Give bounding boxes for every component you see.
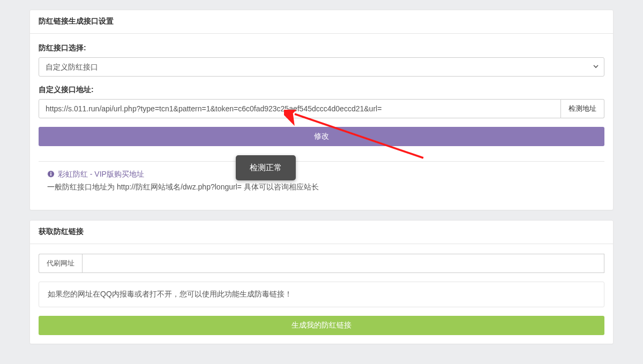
svg-rect-2 — [50, 172, 51, 173]
proxy-url-input[interactable] — [82, 254, 604, 273]
submit-button[interactable]: 修改 — [39, 127, 604, 146]
interface-select-label: 防红接口选择: — [39, 43, 604, 53]
settings-panel-body: 防红接口选择: 自定义防红接口 自定义接口地址: 检测地址 修改 彩虹防红 - … — [30, 33, 613, 210]
info-icon — [47, 169, 55, 177]
generate-button[interactable]: 生成我的防红链接 — [39, 316, 604, 335]
proxy-url-group: 代刷网址 — [39, 254, 604, 273]
custom-url-group: 检测地址 — [39, 99, 604, 118]
info-well: 彩虹防红 - VIP版购买地址 一般防红接口地址为 http://防红网站域名/… — [39, 161, 604, 201]
generate-panel: 获取防红链接 代刷网址 如果您的网址在QQ内报毒或者打不开，您可以使用此功能生成… — [29, 220, 614, 344]
interface-select[interactable]: 自定义防红接口 — [39, 57, 604, 77]
svg-rect-1 — [50, 173, 51, 176]
usage-alert: 如果您的网址在QQ内报毒或者打不开，您可以使用此功能生成防毒链接！ — [39, 282, 604, 307]
generate-panel-title: 获取防红链接 — [30, 221, 613, 244]
custom-url-input[interactable] — [39, 99, 561, 118]
custom-url-label: 自定义接口地址: — [39, 85, 604, 95]
info-text: 一般防红接口地址为 http://防红网站域名/dwz.php?longurl=… — [47, 181, 596, 194]
generate-panel-body: 代刷网址 如果您的网址在QQ内报毒或者打不开，您可以使用此功能生成防毒链接！ 生… — [30, 244, 613, 344]
vip-purchase-link[interactable]: 彩虹防红 - VIP版购买地址 — [58, 170, 144, 178]
settings-panel-title: 防红链接生成接口设置 — [30, 10, 613, 33]
status-toast: 检测正常 — [236, 155, 296, 180]
proxy-url-addon: 代刷网址 — [39, 254, 82, 273]
detect-url-button[interactable]: 检测地址 — [561, 99, 604, 118]
settings-panel: 防红链接生成接口设置 防红接口选择: 自定义防红接口 自定义接口地址: 检测地址… — [29, 10, 614, 210]
